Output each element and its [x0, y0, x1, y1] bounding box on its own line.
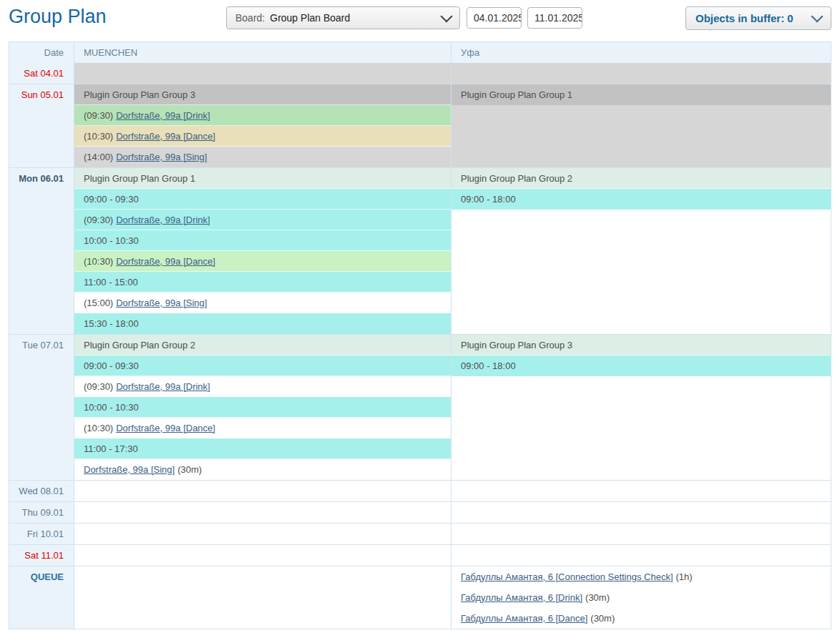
event-row: (14:00)Dorfstraße, 99a [Sing]	[74, 147, 451, 167]
schedule-cell-ufa	[451, 63, 831, 84]
schedule-cell-ufa	[451, 545, 831, 566]
date-cell: Tue 07.01	[9, 335, 74, 480]
time-range: 09:00 - 09:30	[74, 189, 451, 210]
event-row: Dorfstraße, 99a [Sing](30m)	[74, 459, 451, 480]
group-header: Plugin Group Plan Group 1	[74, 168, 451, 189]
plan-table: Date MUENCHEN Уфа Sat 04.01Sun 05.01Plug…	[9, 41, 831, 629]
schedule-cell-muenchen	[74, 63, 451, 84]
board-select-value: Group Plan Board	[270, 12, 442, 24]
date-from-input[interactable]	[467, 7, 522, 29]
plan-table-header-row: Date MUENCHEN Уфа	[9, 42, 831, 63]
day-row: Sat 04.01	[9, 63, 831, 84]
group-header: Plugin Group Plan Group 2	[451, 168, 831, 189]
event-link[interactable]: Dorfstraße, 99a [Dance]	[116, 131, 215, 142]
group-plan-page: Group Plan Board: Group Plan Board Objec…	[0, 0, 840, 643]
date-cell: Sat 11.01	[9, 545, 74, 566]
event-link[interactable]: Dorfstraße, 99a [Drink]	[116, 215, 210, 225]
event-link[interactable]: Dorfstraße, 99a [Dance]	[116, 256, 215, 267]
schedule-cell-ufa: Plugin Group Plan Group 309:00 - 18:00	[451, 335, 831, 480]
event-time-prefix: (09:30)	[84, 110, 113, 121]
time-range: 09:00 - 18:00	[451, 355, 831, 376]
event-time-prefix: (15:00)	[84, 298, 113, 308]
schedule-cell-muenchen: Plugin Group Plan Group 209:00 - 09:30(0…	[74, 335, 451, 480]
day-row: Tue 07.01Plugin Group Plan Group 209:00 …	[9, 334, 831, 480]
date-cell: QUEUE	[9, 566, 74, 629]
event-link[interactable]: Dorfstraße, 99a [Sing]	[116, 298, 207, 308]
day-row: Mon 06.01Plugin Group Plan Group 109:00 …	[9, 167, 831, 334]
time-range: 09:00 - 18:00	[451, 189, 831, 210]
chevron-down-icon	[811, 11, 824, 23]
date-cell: Wed 08.01	[9, 481, 74, 501]
event-row: Габдуллы Амантая, 6 [Drink](30m)	[451, 587, 831, 608]
schedule-cell-ufa: Габдуллы Амантая, 6 [Connection Settings…	[451, 566, 831, 629]
date-cell: Mon 06.01	[9, 168, 74, 334]
event-link[interactable]: Dorfstraße, 99a [Drink]	[116, 110, 210, 121]
time-range: 11:00 - 15:00	[74, 272, 451, 293]
event-duration-suffix: (30m)	[177, 464, 202, 475]
board-select[interactable]: Board: Group Plan Board	[226, 6, 460, 29]
schedule-cell-muenchen	[74, 524, 451, 544]
day-row: Thu 09.01	[9, 501, 831, 523]
time-range: 11:00 - 17:30	[74, 438, 451, 459]
schedule-cell-ufa: Plugin Group Plan Group 209:00 - 18:00	[451, 168, 831, 334]
day-row: QUEUEГабдуллы Амантая, 6 [Connection Set…	[9, 566, 831, 629]
event-link[interactable]: Dorfstraße, 99a [Sing]	[84, 464, 175, 475]
event-link[interactable]: Габдуллы Амантая, 6 [Connection Settings…	[461, 571, 673, 582]
time-range: 09:00 - 09:30	[74, 355, 451, 376]
schedule-cell-ufa	[451, 502, 831, 523]
day-row: Fri 10.01	[9, 523, 831, 544]
schedule-cell-ufa	[451, 481, 831, 501]
column-header-ufa[interactable]: Уфа	[451, 42, 831, 63]
event-duration-suffix: (30m)	[585, 592, 610, 603]
event-row: (15:00)Dorfstraße, 99a [Sing]	[74, 293, 451, 313]
date-cell: Thu 09.01	[9, 502, 74, 523]
time-range: 10:00 - 10:30	[74, 230, 451, 251]
page-title: Group Plan	[9, 6, 107, 28]
day-row: Sat 11.01	[9, 544, 831, 566]
plan-table-body: Sat 04.01Sun 05.01Plugin Group Plan Grou…	[9, 63, 831, 629]
schedule-cell-muenchen	[74, 566, 451, 629]
schedule-cell-muenchen	[74, 481, 451, 501]
event-time-prefix: (10:30)	[84, 131, 113, 142]
buffer-dropdown[interactable]: Objects in buffer: 0	[685, 6, 831, 30]
time-range: 10:00 - 10:30	[74, 397, 451, 418]
date-to-input[interactable]	[527, 7, 582, 29]
event-row: (09:30)Dorfstraße, 99a [Drink]	[74, 105, 451, 126]
event-link[interactable]: Dorfstraße, 99a [Dance]	[116, 423, 215, 433]
group-header: Plugin Group Plan Group 3	[451, 335, 831, 355]
event-link[interactable]: Габдуллы Амантая, 6 [Dance]	[461, 613, 587, 624]
event-time-prefix: (09:30)	[84, 381, 113, 392]
day-row: Wed 08.01	[9, 480, 831, 501]
event-time-prefix: (10:30)	[84, 256, 113, 267]
day-row: Sun 05.01Plugin Group Plan Group 3(09:30…	[9, 84, 831, 167]
event-row: (09:30)Dorfstraße, 99a [Drink]	[74, 376, 451, 397]
event-duration-suffix: (30m)	[590, 613, 615, 624]
schedule-cell-muenchen: Plugin Group Plan Group 109:00 - 09:30(0…	[74, 168, 451, 334]
event-row: (10:30)Dorfstraße, 99a [Dance]	[74, 418, 451, 438]
group-header: Plugin Group Plan Group 2	[74, 335, 451, 355]
schedule-cell-ufa	[451, 524, 831, 544]
schedule-cell-ufa: Plugin Group Plan Group 1	[451, 84, 831, 167]
event-row: (10:30)Dorfstraße, 99a [Dance]	[74, 126, 451, 147]
time-range: 15:30 - 18:00	[74, 313, 451, 334]
event-time-prefix: (09:30)	[84, 215, 113, 225]
event-row: Габдуллы Амантая, 6 [Connection Settings…	[451, 566, 831, 587]
event-link[interactable]: Габдуллы Амантая, 6 [Drink]	[461, 592, 582, 603]
column-header-muenchen[interactable]: MUENCHEN	[74, 42, 451, 63]
event-row: (09:30)Dorfstraße, 99a [Drink]	[74, 210, 451, 230]
event-time-prefix: (10:30)	[84, 423, 113, 433]
board-select-label: Board:	[235, 12, 265, 24]
date-cell: Sun 05.01	[9, 84, 74, 167]
event-link[interactable]: Dorfstraße, 99a [Sing]	[116, 152, 207, 162]
schedule-cell-muenchen	[74, 545, 451, 566]
event-row: (10:30)Dorfstraße, 99a [Dance]	[74, 251, 451, 272]
event-row: Габдуллы Амантая, 6 [Dance](30m)	[451, 608, 831, 629]
event-time-prefix: (14:00)	[84, 152, 113, 162]
schedule-cell-muenchen: Plugin Group Plan Group 3(09:30)Dorfstra…	[74, 84, 451, 167]
date-cell: Fri 10.01	[9, 524, 74, 544]
buffer-dropdown-label: Objects in buffer: 0	[695, 12, 813, 24]
event-link[interactable]: Dorfstraße, 99a [Drink]	[116, 381, 210, 392]
event-duration-suffix: (1h)	[676, 571, 693, 582]
schedule-cell-muenchen	[74, 502, 451, 523]
date-cell: Sat 04.01	[9, 63, 74, 84]
